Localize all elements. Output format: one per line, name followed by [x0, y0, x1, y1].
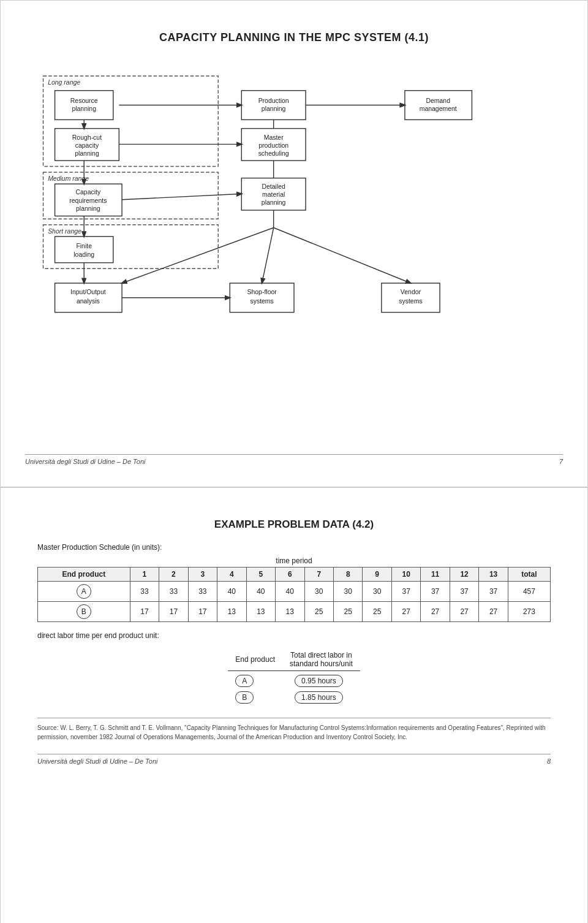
table-row: B 17 17 17 13 13 13 25 25 25 27 27 27 27… — [38, 602, 551, 622]
direct-labor-section: direct labor time per end product unit: … — [37, 631, 551, 705]
labor-product-b: B — [228, 689, 282, 705]
footer-university-2: Università degli Studi di Udine – De Ton… — [37, 758, 157, 765]
oval-a: A — [235, 675, 254, 687]
a-p7: 30 — [304, 582, 333, 602]
svg-rect-31 — [55, 283, 123, 313]
svg-text:Rough-cut: Rough-cut — [72, 134, 102, 141]
direct-labor-label: direct labor time per end product unit: — [37, 631, 551, 640]
a-p3: 33 — [188, 582, 217, 602]
svg-text:Resource: Resource — [70, 97, 98, 104]
col-9: 9 — [363, 568, 391, 582]
diagram-svg: Long range Medium range Short range Reso… — [37, 59, 551, 384]
a-p5: 40 — [246, 582, 275, 602]
svg-rect-12 — [55, 129, 119, 161]
svg-text:Input/Output: Input/Output — [70, 289, 106, 295]
product-b: B — [38, 602, 130, 622]
labor-row-a: A 0.95 hours — [228, 671, 360, 689]
svg-text:planning: planning — [75, 150, 99, 157]
a-p2: 33 — [159, 582, 188, 602]
svg-text:Shop-floor: Shop-floor — [247, 289, 277, 295]
b-p11: 27 — [421, 602, 450, 622]
page-number-2: 8 — [547, 758, 551, 765]
svg-text:Master: Master — [264, 134, 284, 141]
page-1-title: CAPACITY PLANNING IN THE MPC SYSTEM (4.1… — [37, 31, 551, 44]
col-1: 1 — [130, 568, 159, 582]
svg-rect-2 — [43, 225, 219, 268]
b-p1: 17 — [130, 602, 159, 622]
b-p8: 25 — [333, 602, 362, 622]
labor-table: End product Total direct labor instandar… — [228, 649, 360, 705]
col-5: 5 — [246, 568, 275, 582]
svg-rect-9 — [405, 91, 472, 120]
col-11: 11 — [421, 568, 450, 582]
page-2-title: EXAMPLE PROBLEM DATA (4.2) — [37, 518, 551, 531]
col-12: 12 — [450, 568, 478, 582]
page-2-footer: Università degli Studi di Udine – De Ton… — [37, 754, 551, 765]
oval-b-hours: 1.85 hours — [295, 691, 343, 704]
table-row: A 33 33 33 40 40 40 30 30 30 37 37 37 37… — [38, 582, 551, 602]
b-p7: 25 — [304, 602, 333, 622]
svg-text:planning: planning — [76, 205, 100, 212]
labor-col-hours: Total direct labor instandard hours/unit — [282, 649, 360, 671]
svg-text:systems: systems — [250, 298, 273, 305]
circled-b: B — [77, 604, 91, 619]
svg-rect-3 — [55, 91, 113, 120]
svg-rect-6 — [241, 91, 306, 120]
b-p9: 25 — [363, 602, 391, 622]
col-8: 8 — [333, 568, 362, 582]
b-p4: 13 — [217, 602, 246, 622]
svg-text:management: management — [420, 105, 457, 112]
labor-col-product: End product — [228, 649, 282, 671]
col-end-product: End product — [38, 568, 130, 582]
footer-university: Università degli Studi di Udine – De Ton… — [25, 458, 145, 465]
col-total: total — [508, 568, 550, 582]
product-a: A — [38, 582, 130, 602]
schedule-table: End product 1 2 3 4 5 6 7 8 9 10 11 12 1… — [37, 567, 551, 622]
a-p13: 37 — [479, 582, 508, 602]
svg-text:Vendor: Vendor — [401, 289, 421, 295]
a-p6: 40 — [276, 582, 304, 602]
b-p12: 27 — [450, 602, 478, 622]
page-1: CAPACITY PLANNING IN THE MPC SYSTEM (4.1… — [0, 0, 588, 487]
col-7: 7 — [304, 568, 333, 582]
circled-a: A — [77, 584, 91, 599]
svg-rect-20 — [55, 184, 123, 216]
svg-text:Production: Production — [258, 97, 289, 104]
b-p6: 13 — [276, 602, 304, 622]
svg-rect-37 — [382, 283, 440, 313]
labor-product-a: A — [228, 671, 282, 689]
svg-text:planning: planning — [262, 199, 286, 206]
col-4: 4 — [217, 568, 246, 582]
svg-line-50 — [274, 228, 411, 283]
b-total: 273 — [508, 602, 550, 622]
svg-line-47 — [122, 194, 241, 200]
col-6: 6 — [276, 568, 304, 582]
svg-text:loading: loading — [74, 251, 94, 258]
svg-text:systems: systems — [399, 298, 422, 305]
svg-text:planning: planning — [72, 105, 96, 112]
a-p9: 30 — [363, 582, 391, 602]
labor-hours-b: 1.85 hours — [282, 689, 360, 705]
b-p3: 17 — [188, 602, 217, 622]
oval-b: B — [235, 691, 254, 704]
svg-text:Finite: Finite — [76, 243, 92, 249]
page-1-footer: Università degli Studi di Udine – De Ton… — [25, 454, 563, 465]
svg-text:Capacity: Capacity — [75, 189, 100, 196]
b-p5: 13 — [246, 602, 275, 622]
svg-text:scheduling: scheduling — [258, 150, 289, 157]
svg-rect-24 — [241, 178, 306, 210]
svg-text:analysis: analysis — [77, 298, 100, 305]
svg-text:planning: planning — [262, 105, 286, 112]
short-range-label: Short range — [48, 228, 81, 235]
page-2: EXAMPLE PROBLEM DATA (4.2) Master Produc… — [0, 487, 588, 923]
svg-rect-16 — [241, 129, 306, 161]
oval-a-hours: 0.95 hours — [295, 675, 343, 687]
svg-rect-34 — [230, 283, 294, 313]
a-p1: 33 — [130, 582, 159, 602]
a-p8: 30 — [333, 582, 362, 602]
col-2: 2 — [159, 568, 188, 582]
svg-text:material: material — [262, 191, 285, 198]
time-period-label: time period — [37, 556, 551, 565]
b-p2: 17 — [159, 602, 188, 622]
col-3: 3 — [188, 568, 217, 582]
